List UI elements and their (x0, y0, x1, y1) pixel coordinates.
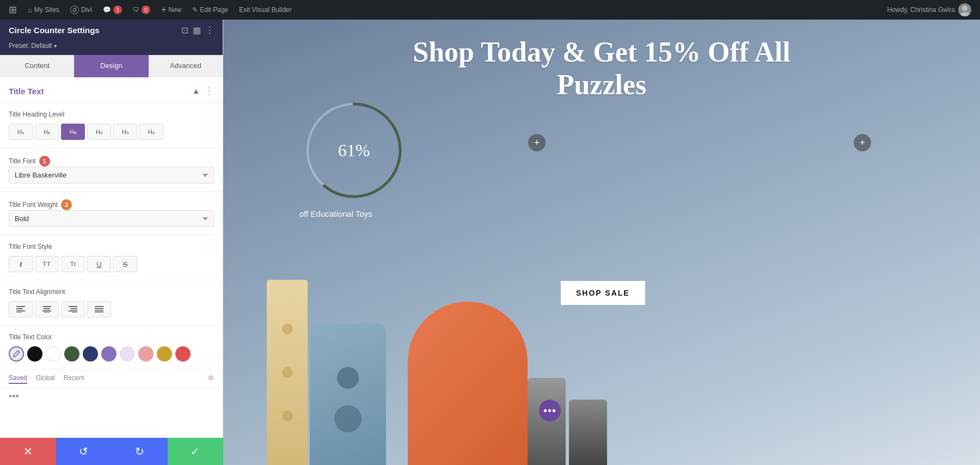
tab-advanced[interactable]: Advanced (149, 55, 223, 77)
divi-menu[interactable]: d Divi (66, 3, 96, 16)
underline-btn[interactable]: U (87, 256, 111, 272)
exit-builder-btn[interactable]: Exit Visual Builder (235, 4, 296, 16)
align-left-btn[interactable] (9, 301, 33, 317)
howdy-text: Howdy, Christina Gwira (883, 1, 976, 19)
color-tab-global[interactable]: Global (36, 374, 55, 384)
capitalize-btn[interactable]: Tt (61, 256, 85, 272)
font-select[interactable]: Libre Baskerville Open Sans Lato Roboto (9, 167, 214, 183)
preset-bar: Preset: Default ▾ (0, 41, 223, 55)
divi-icon: d (70, 5, 79, 14)
align-center-btn[interactable] (35, 301, 59, 317)
save-button[interactable]: ✓ (168, 438, 224, 465)
font-weight-select[interactable]: Bold Normal Light Extra Bold (9, 210, 214, 227)
edit-page-btn[interactable]: ✎ Edit Page (188, 4, 232, 16)
strikethrough-btn[interactable]: S (113, 256, 137, 272)
cancel-button[interactable]: ✕ (0, 438, 56, 465)
toy-ruler (267, 280, 308, 465)
title-font-style-group: Title Font Style I TT Tt U S (0, 235, 223, 280)
exit-builder-label: Exit Visual Builder (239, 6, 292, 14)
wp-icon[interactable]: ⊞ (4, 2, 21, 18)
howdy-label: Howdy, Christina Gwira (887, 6, 955, 14)
toys-display (267, 280, 607, 465)
color-swatches (9, 346, 214, 362)
color-tab-saved[interactable]: Saved (9, 374, 27, 384)
redo-button[interactable]: ↻ (112, 438, 168, 465)
italic-btn[interactable]: I (9, 256, 33, 272)
svg-rect-2 (16, 306, 25, 307)
add-btn-2[interactable]: + (854, 134, 871, 151)
add-btn-1[interactable]: + (528, 134, 546, 151)
sites-label: My Sites (34, 6, 59, 14)
font-style-label: Title Font Style (9, 243, 214, 250)
color-tab-recent[interactable]: Recent (64, 374, 84, 384)
comment-icon2: 🗨 (133, 6, 139, 14)
preset-chevron-icon[interactable]: ▾ (54, 43, 57, 49)
purple-swatch[interactable] (101, 346, 117, 362)
more-dots[interactable]: ••• (9, 391, 19, 402)
font-label-text: Title Font (9, 157, 36, 165)
more-options-button[interactable]: ••• (539, 400, 561, 421)
more-icon[interactable]: ⋮ (205, 25, 214, 35)
sites-icon: ⌂ (28, 6, 32, 14)
h4-btn[interactable]: H₄ (87, 124, 111, 140)
align-buttons (9, 301, 214, 317)
my-sites-menu[interactable]: ⌂ My Sites (23, 4, 64, 16)
heading-line1: Shop Today & Get 15% Off All (256, 36, 947, 69)
font-weight-label-text: Title Font Weight (9, 201, 58, 209)
tab-content[interactable]: Content (0, 55, 74, 77)
red-swatch[interactable] (175, 346, 191, 362)
black-swatch[interactable] (27, 346, 42, 362)
tab-bar: Content Design Advanced (0, 55, 223, 77)
svg-rect-5 (16, 312, 22, 313)
style-buttons: I TT Tt U S (9, 256, 214, 272)
svg-rect-4 (16, 310, 25, 311)
dark-blue-swatch[interactable] (83, 346, 98, 362)
h2-btn[interactable]: H₂ (35, 124, 59, 140)
tab-design[interactable]: Design (74, 55, 148, 77)
svg-rect-8 (42, 310, 51, 311)
title-text-color-group: Title Text Color (0, 326, 223, 370)
font-label: Title Font 1 (9, 156, 214, 167)
h6-btn[interactable]: H₆ (139, 124, 163, 140)
svg-rect-12 (69, 310, 77, 311)
comments-icon: 💬 (103, 6, 111, 14)
title-font-group: Title Font 1 Libre Baskerville Open Sans… (0, 148, 223, 192)
comments-menu[interactable]: 💬 3 (99, 3, 126, 16)
circle-counter-widget: 61% off Educational Toys (299, 96, 408, 218)
collapse-icon[interactable]: ▲ (192, 87, 200, 95)
h1-btn[interactable]: H₁ (9, 124, 33, 140)
light-purple-swatch[interactable] (120, 346, 135, 362)
panel-header: Circle Counter Settings ⊡ ▦ ⋮ (0, 20, 223, 41)
dark-green-swatch[interactable] (64, 346, 79, 362)
title-heading-level-group: Title Heading Level H₁ H₂ H₃ H₄ H₅ H₆ (0, 103, 223, 148)
white-swatch[interactable] (46, 346, 61, 362)
h3-btn[interactable]: H₃ (61, 124, 85, 140)
gold-swatch[interactable] (157, 346, 172, 362)
undo-button[interactable]: ↺ (56, 438, 112, 465)
layout-icon[interactable]: ▦ (193, 25, 201, 35)
section-title: Title Text (9, 87, 44, 96)
color-settings-icon[interactable]: ⚙ (208, 374, 214, 384)
more-dots-icon: ••• (543, 405, 556, 417)
shop-sale-button[interactable]: SHOP SALE (561, 281, 645, 305)
svg-rect-11 (71, 308, 77, 309)
eyedropper-swatch[interactable] (9, 346, 24, 362)
comments-count2: 0 (142, 5, 150, 14)
align-justify-btn[interactable] (87, 301, 111, 317)
comment-zero-menu[interactable]: 🗨 0 (128, 3, 155, 16)
responsive-icon[interactable]: ⊡ (181, 25, 188, 35)
svg-rect-10 (69, 306, 77, 307)
preset-label: Preset: Default (9, 42, 52, 50)
section-menu-icon[interactable]: ⋮ (204, 85, 214, 97)
circle-percent: 61% (338, 140, 370, 161)
section-title-text: Title Text (9, 87, 44, 96)
pink-swatch[interactable] (138, 346, 154, 362)
edit-page-label: Edit Page (200, 6, 228, 14)
title-font-weight-group: Title Font Weight 2 Bold Normal Light Ex… (0, 192, 223, 235)
h5-btn[interactable]: H₅ (113, 124, 137, 140)
align-right-btn[interactable] (61, 301, 85, 317)
new-menu[interactable]: + New (157, 3, 186, 17)
svg-rect-6 (42, 306, 51, 307)
toy-cylinders (528, 378, 607, 465)
uppercase-btn[interactable]: TT (35, 256, 59, 272)
